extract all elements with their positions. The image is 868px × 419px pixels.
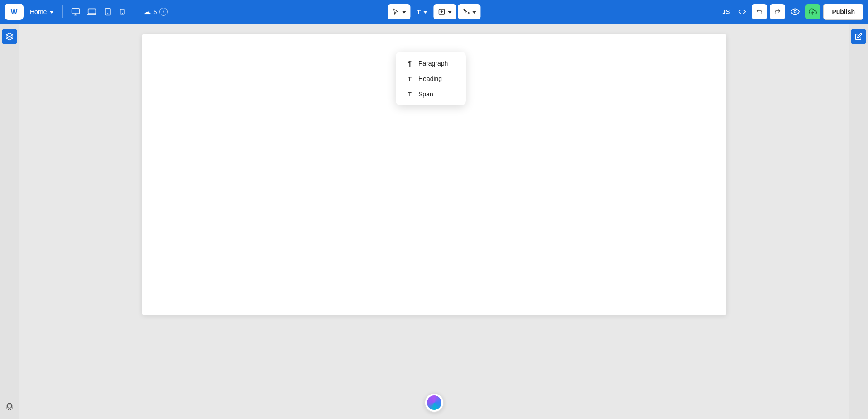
home-label: Home [30, 8, 47, 15]
home-chevron-icon [48, 8, 53, 15]
laptop-view-button[interactable] [85, 5, 99, 18]
left-sidebar [0, 24, 19, 419]
bug-icon [5, 403, 14, 411]
code-icon [738, 8, 746, 16]
nav-divider-1 [62, 5, 63, 18]
code-button[interactable] [735, 6, 749, 18]
cloud-status[interactable]: ☁ 5 i [139, 5, 171, 19]
span-label: Span [418, 90, 433, 98]
text-tool-chevron-icon [422, 9, 427, 15]
text-tool-label: T [417, 8, 421, 16]
svg-point-5 [108, 14, 109, 14]
edit-properties-button[interactable] [851, 29, 866, 44]
cursor-tool-button[interactable] [388, 4, 410, 19]
canvas-area: ¶ Paragraph T Heading T Span [19, 24, 849, 419]
device-group [68, 5, 128, 18]
undo-button[interactable] [752, 4, 767, 19]
cloud-count: 5 [153, 9, 157, 15]
publish-label: Publish [832, 8, 855, 15]
tablet-icon [104, 8, 112, 16]
svg-rect-3 [88, 9, 96, 14]
layers-button[interactable] [2, 29, 17, 44]
bug-report-button[interactable] [2, 399, 17, 414]
add-shape-icon [438, 8, 445, 15]
shape-chevron-icon [446, 9, 451, 15]
main-area: ¶ Paragraph T Heading T Span [0, 24, 868, 419]
layers-icon [5, 33, 14, 41]
paragraph-label: Paragraph [418, 60, 448, 67]
redo-icon [774, 8, 781, 15]
center-tools-group: T [388, 4, 480, 19]
desktop-icon [71, 7, 80, 16]
ai-orb-icon [427, 395, 441, 410]
redo-button[interactable] [770, 4, 785, 19]
mobile-icon [119, 8, 125, 16]
info-icon[interactable]: i [159, 8, 168, 16]
cloud-save-button[interactable] [805, 4, 820, 19]
heading-label: Heading [418, 75, 442, 82]
js-button[interactable]: JS [719, 6, 733, 17]
home-button[interactable]: Home [26, 6, 57, 17]
cloud-upload-icon [809, 8, 817, 16]
svg-marker-13 [6, 33, 13, 37]
publish-button[interactable]: Publish [823, 4, 863, 20]
text-type-dropdown: ¶ Paragraph T Heading T Span [396, 52, 466, 105]
navbar: W Home ☁ 5 i T [0, 0, 868, 24]
cursor-chevron-icon [401, 9, 406, 15]
heading-option[interactable]: T Heading [398, 71, 464, 86]
shape-tool-button[interactable] [433, 4, 456, 19]
svg-point-7 [122, 13, 123, 14]
preview-button[interactable] [788, 5, 802, 18]
svg-line-16 [6, 408, 8, 409]
ai-assistant-button[interactable] [424, 393, 444, 413]
paint-icon [462, 8, 470, 15]
eye-icon [791, 7, 800, 16]
cloud-icon: ☁ [143, 7, 151, 17]
mobile-view-button[interactable] [116, 6, 128, 18]
paint-tool-button[interactable] [458, 4, 480, 19]
svg-line-17 [12, 408, 13, 409]
paragraph-option[interactable]: ¶ Paragraph [398, 55, 464, 71]
desktop-view-button[interactable] [68, 5, 83, 18]
paint-chevron-icon [471, 9, 476, 15]
heading-icon: T [406, 76, 414, 82]
logo-button[interactable]: W [5, 4, 24, 20]
sidebar-bottom-area [2, 399, 17, 414]
span-option[interactable]: T Span [398, 86, 464, 102]
nav-divider-2 [134, 5, 134, 18]
text-tool-button[interactable]: T [412, 4, 432, 19]
right-sidebar [849, 24, 868, 419]
cursor-icon [392, 8, 399, 15]
undo-icon [756, 8, 763, 15]
right-tools-group: JS Publish [719, 4, 863, 20]
pencil-icon [855, 33, 862, 40]
svg-rect-0 [72, 9, 80, 14]
svg-point-11 [794, 11, 796, 13]
tablet-view-button[interactable] [101, 6, 115, 18]
js-label: JS [722, 8, 730, 15]
span-icon: T [406, 91, 414, 98]
laptop-icon [87, 7, 96, 16]
logo-label: W [10, 8, 17, 16]
paragraph-icon: ¶ [406, 59, 414, 67]
